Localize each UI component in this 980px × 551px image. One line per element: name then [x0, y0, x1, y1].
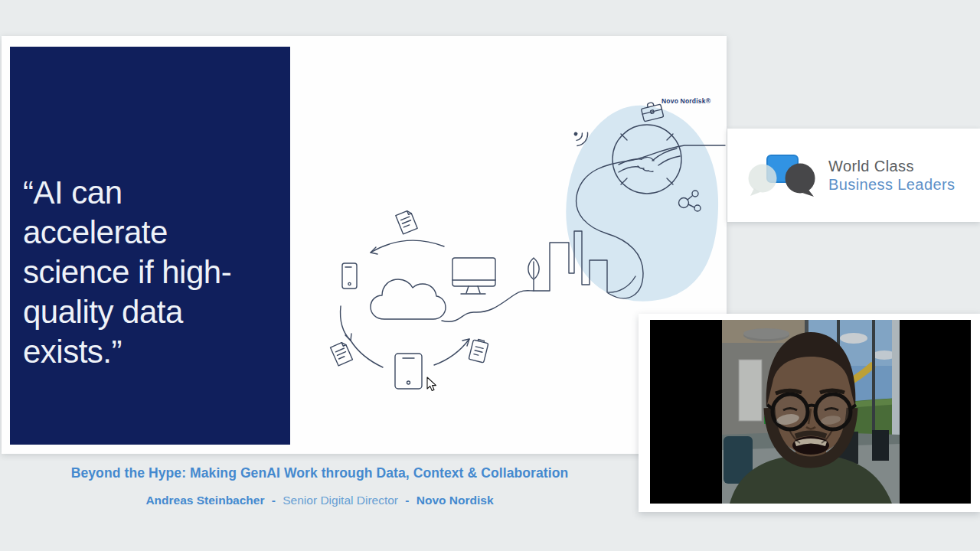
speech-bubble-dark-icon [786, 164, 815, 197]
document-icon-2 [331, 341, 353, 366]
tablet-icon [395, 354, 422, 389]
brand-card: World Class Business Leaders [727, 129, 980, 222]
document-icon [396, 210, 417, 234]
background-blob [566, 106, 718, 302]
webcam-frame [650, 320, 971, 504]
caption-speaker: Andreas Steinbacher - Senior Digital Dir… [0, 494, 639, 507]
tree-icon [528, 258, 539, 291]
brand-line2: Business Leaders [828, 175, 955, 194]
presentation-slide: “AI can accelerate science if high- qual… [2, 36, 727, 454]
webcam-card [639, 314, 980, 512]
speech-bubbles-logo [746, 148, 822, 202]
company-name: Novo Nordisk [416, 494, 494, 507]
cycle-arrows [341, 240, 469, 367]
speaker-role: Senior Digital Director [283, 494, 398, 507]
speaker-video [650, 320, 971, 504]
caption-title: Beyond the Hype: Making GenAI Work throu… [0, 465, 639, 481]
separator: - [272, 494, 276, 507]
slide-illustration [2, 36, 727, 454]
clipboard-icon [469, 338, 488, 363]
video-frame: “AI can accelerate science if high- qual… [0, 0, 980, 551]
smartphone-icon [342, 263, 357, 289]
brand-line1: World Class [828, 157, 955, 175]
caption-block: Beyond the Hype: Making GenAI Work throu… [0, 465, 639, 507]
desktop-monitor-icon [452, 258, 495, 294]
separator: - [405, 494, 409, 507]
cloud-icon [371, 279, 446, 319]
speech-bubble-light-icon [749, 165, 777, 197]
speaker-name: Andreas Steinbacher [145, 494, 264, 507]
mouse-cursor-icon [427, 377, 436, 391]
